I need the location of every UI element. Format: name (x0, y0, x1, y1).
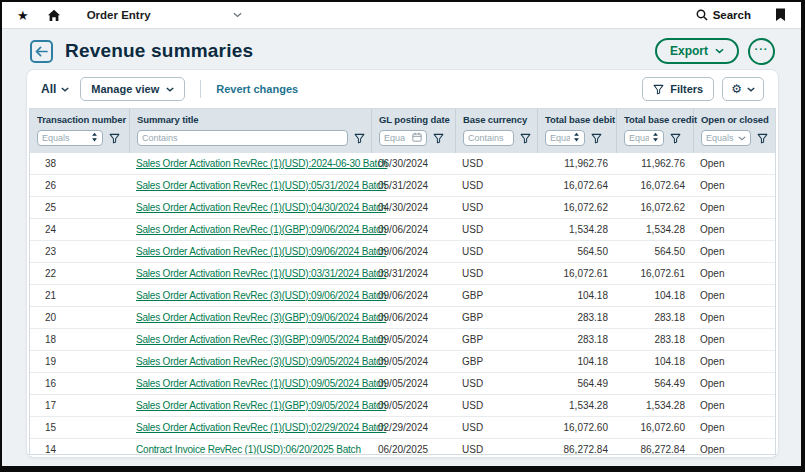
transaction_number-filter-select[interactable]: Equals (37, 130, 103, 146)
total_base_credit-filter-select[interactable]: Equals (624, 130, 664, 146)
summary-title-link[interactable]: Contract Invoice RevRec (1)(USD):06/20/2… (136, 444, 361, 455)
favorites-star-icon[interactable]: ★ (17, 9, 29, 22)
summary-title-link[interactable]: Sales Order Activation RevRec (1)(USD):0… (136, 246, 386, 257)
cell-open-or-closed: Open (694, 312, 775, 323)
cell-open-or-closed: Open (694, 224, 775, 235)
cell-transaction-number: 23 (30, 246, 130, 257)
table-row: 17Sales Order Activation RevRec (1)(GBP)… (30, 395, 775, 417)
total_base_debit-filter-select[interactable]: Equals (545, 130, 585, 146)
back-button[interactable] (30, 40, 53, 63)
filter-funnel-icon[interactable] (591, 133, 602, 144)
cell-total-base-credit: 283.18 (617, 312, 694, 323)
filter-funnel-icon[interactable] (757, 133, 768, 144)
summary_title-filter-input[interactable]: Contains (137, 130, 348, 146)
column-label-gl_posting_date[interactable]: GL posting date (379, 114, 449, 125)
summary-title-link[interactable]: Sales Order Activation RevRec (1)(GBP):0… (136, 224, 386, 235)
manage-view-button[interactable]: Manage view (80, 77, 185, 101)
bookmark-icon[interactable] (775, 8, 786, 22)
filter-row-total_base_credit: Equals (624, 130, 687, 146)
table-row: 38Sales Order Activation RevRec (1)(USD)… (30, 153, 775, 175)
filter-funnel-icon[interactable] (109, 133, 120, 144)
cell-gl-posting-date: 09/05/2024 (372, 334, 456, 345)
table-row: 23Sales Order Activation RevRec (1)(USD)… (30, 241, 775, 263)
table-row: 16Sales Order Activation RevRec (1)(USD)… (30, 373, 775, 395)
table-row: 26Sales Order Activation RevRec (1)(USD)… (30, 175, 775, 197)
base_currency-filter-input[interactable]: Contains (463, 130, 514, 146)
summary-title-link[interactable]: Sales Order Activation RevRec (1)(USD):0… (136, 422, 386, 433)
summary-title-link[interactable]: Sales Order Activation RevRec (1)(USD):2… (136, 158, 387, 169)
chevron-down-icon (715, 48, 724, 54)
app-window: ★ Order Entry Search Revenue summaries E… (0, 0, 805, 472)
revenue-summaries-table: Transaction numberEqualsSummary titleCon… (29, 108, 776, 455)
filter-funnel-icon[interactable] (354, 133, 365, 144)
cell-gl-posting-date: 03/31/2024 (372, 268, 456, 279)
cell-open-or-closed: Open (694, 356, 775, 367)
export-button[interactable]: Export (655, 38, 739, 64)
app-menu-order-entry[interactable]: Order Entry (87, 9, 151, 21)
gl_posting_date-filter-select[interactable]: Equa (379, 130, 427, 146)
cell-open-or-closed: Open (694, 202, 775, 213)
open_or_closed-filter-select[interactable]: Equals (701, 130, 751, 146)
cell-total-base-credit: 11,962.76 (617, 158, 694, 169)
cell-transaction-number: 26 (30, 180, 130, 191)
filter-row-open_or_closed: Equals (701, 130, 769, 146)
cell-total-base-debit: 283.18 (538, 334, 617, 345)
cell-total-base-debit: 104.18 (538, 290, 617, 301)
column-label-total_base_credit[interactable]: Total base credit (624, 114, 687, 125)
summary-title-link[interactable]: Sales Order Activation RevRec (1)(USD):0… (136, 378, 386, 389)
cell-base-currency: GBP (456, 356, 538, 367)
column-label-transaction_number[interactable]: Transaction number (37, 114, 123, 125)
column-label-base_currency[interactable]: Base currency (463, 114, 531, 125)
home-icon[interactable] (47, 9, 61, 22)
view-selector-all[interactable]: All (41, 82, 69, 96)
calendar-icon (412, 132, 422, 144)
cell-open-or-closed: Open (694, 422, 775, 433)
filter-funnel-icon[interactable] (670, 133, 681, 144)
cell-total-base-credit: 16,072.60 (617, 422, 694, 433)
cell-total-base-credit: 86,272.84 (617, 444, 694, 455)
revert-changes-link[interactable]: Revert changes (216, 83, 298, 95)
up-down-arrows-icon (652, 132, 659, 144)
summary-title-link[interactable]: Sales Order Activation RevRec (1)(USD):0… (136, 180, 386, 191)
more-actions-button[interactable]: ··· (748, 38, 775, 65)
cell-base-currency: USD (456, 400, 538, 411)
filter-funnel-icon[interactable] (433, 133, 444, 144)
cell-open-or-closed: Open (694, 290, 775, 301)
cell-gl-posting-date: 02/29/2024 (372, 422, 456, 433)
filter-placeholder: Contains (142, 133, 343, 143)
search-icon (696, 9, 708, 21)
filter-row-transaction_number: Equals (37, 130, 123, 146)
summary-title-link[interactable]: Sales Order Activation RevRec (1)(USD):0… (136, 202, 386, 213)
table-body: 38Sales Order Activation RevRec (1)(USD)… (30, 153, 775, 454)
column-label-total_base_debit[interactable]: Total base debit (545, 114, 610, 125)
summary-title-link[interactable]: Sales Order Activation RevRec (3)(GBP):0… (136, 334, 386, 345)
table-row: 18Sales Order Activation RevRec (3)(GBP)… (30, 329, 775, 351)
filter-placeholder: Equals (706, 133, 735, 143)
summary-title-link[interactable]: Sales Order Activation RevRec (3)(USD):0… (136, 356, 386, 367)
summary-title-link[interactable]: Sales Order Activation RevRec (3)(GBP):0… (136, 312, 386, 323)
column-header-total_base_credit: Total base creditEquals (617, 109, 694, 153)
summary-title-link[interactable]: Sales Order Activation RevRec (1)(GBP):0… (136, 400, 386, 411)
ellipsis-icon: ··· (755, 43, 769, 55)
filters-button[interactable]: Filters (642, 77, 714, 101)
summary-title-link[interactable]: Sales Order Activation RevRec (1)(USD):0… (136, 268, 386, 279)
list-settings-button[interactable]: ⚙ (722, 77, 764, 101)
cell-base-currency: USD (456, 246, 538, 257)
app-menu-chevron-down-icon[interactable] (233, 12, 242, 18)
table-row: 19Sales Order Activation RevRec (3)(USD)… (30, 351, 775, 373)
cell-total-base-debit: 16,072.61 (538, 268, 617, 279)
cell-open-or-closed: Open (694, 246, 775, 257)
cell-summary-title: Contract Invoice RevRec (1)(USD):06/20/2… (130, 444, 372, 455)
chevron-down-icon (61, 87, 69, 92)
cell-transaction-number: 24 (30, 224, 130, 235)
column-label-open_or_closed[interactable]: Open or closed (701, 114, 769, 125)
filter-funnel-icon[interactable] (520, 133, 531, 144)
column-label-summary_title[interactable]: Summary title (137, 114, 365, 125)
summary-title-link[interactable]: Sales Order Activation RevRec (3)(USD):0… (136, 290, 386, 301)
filters-label: Filters (670, 83, 703, 95)
global-search[interactable]: Search (696, 9, 751, 21)
cell-gl-posting-date: 04/30/2024 (372, 202, 456, 213)
cell-total-base-credit: 1,534.28 (617, 224, 694, 235)
cell-summary-title: Sales Order Activation RevRec (1)(USD):2… (130, 158, 372, 169)
table-header-row: Transaction numberEqualsSummary titleCon… (30, 109, 775, 153)
